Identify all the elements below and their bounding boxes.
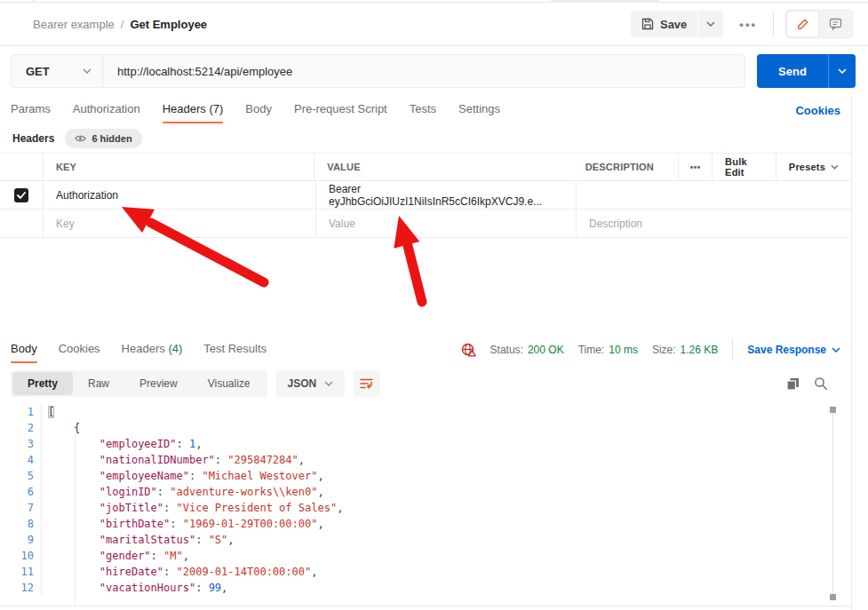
response-tab-body[interactable]: Body: [11, 337, 37, 363]
header-description-cell[interactable]: [576, 181, 851, 209]
code-line: 8 "birthDate": "1969-01-29T00:00:00",: [0, 516, 851, 532]
line-number: 8: [0, 516, 42, 532]
wrap-lines-button[interactable]: [354, 370, 380, 397]
header-row-authorization: Authorization Bearer eyJhbGciOiJIUzI1NiI…: [0, 181, 851, 210]
value-placeholder-cell[interactable]: Value: [315, 210, 576, 237]
header-value-cell[interactable]: Bearer eyJhbGciOiJIUzI1NiIsInR5cCI6IkpXV…: [315, 181, 576, 209]
description-placeholder-cell[interactable]: Description: [576, 210, 851, 237]
breadcrumb: Bearer example / Get Employee: [33, 18, 207, 31]
tab-settings[interactable]: Settings: [458, 97, 500, 123]
send-options-caret[interactable]: [828, 54, 856, 88]
header-key-cell[interactable]: Authorization: [43, 181, 315, 209]
hidden-headers-toggle[interactable]: 6 hidden: [65, 129, 141, 148]
line-number: 11: [0, 564, 42, 580]
response-tab-test-results[interactable]: Test Results: [203, 337, 267, 363]
code-text: "loginID": "adventure-works\\ken0",: [42, 484, 324, 500]
code-line: 6 "loginID": "adventure-works\\ken0",: [0, 484, 851, 500]
line-number: 3: [0, 436, 42, 452]
response-tab-headers-label: Headers: [122, 342, 165, 355]
chevron-down-icon: [838, 68, 847, 74]
code-line: 2 {: [0, 420, 851, 436]
column-description: DESCRIPTION: [573, 154, 678, 180]
json-value: "S": [209, 534, 228, 546]
presets-dropdown[interactable]: Presets: [776, 154, 851, 180]
view-tab-visualize[interactable]: Visualize: [193, 372, 266, 395]
code-text: "jobTitle": "Vice President of Sales",: [42, 500, 343, 516]
url-input[interactable]: http://localhost:5214/api/employee: [103, 65, 745, 78]
json-key: "employeeID": [100, 438, 177, 450]
select-all-cell: [0, 154, 43, 180]
chevron-down-icon: [831, 164, 839, 170]
save-response-dropdown[interactable]: Save Response: [747, 344, 840, 356]
more-actions-button[interactable]: •••: [734, 14, 762, 35]
json-key: "hireDate": [100, 566, 163, 578]
save-options-caret[interactable]: [698, 11, 723, 37]
code-line: 7 "jobTitle": "Vice President of Sales",: [0, 500, 851, 516]
code-text: "employeeName": "Michael Westover",: [42, 468, 324, 484]
line-number: 7: [0, 500, 42, 516]
presets-label: Presets: [789, 162, 825, 172]
json-value: 99: [209, 582, 221, 594]
search-icon: [814, 376, 828, 391]
response-tab-cookies[interactable]: Cookies: [59, 337, 100, 363]
tab-body[interactable]: Body: [245, 97, 272, 123]
search-response-button[interactable]: [814, 376, 828, 391]
line-number: 1: [0, 404, 42, 420]
row-checkbox-checked[interactable]: [14, 188, 28, 202]
save-button-group: Save: [631, 11, 723, 37]
language-select[interactable]: JSON: [276, 370, 346, 397]
response-toolbar: Pretty Raw Preview Visualize JSON: [0, 368, 851, 399]
response-meta: Status:200 OK Time:10 ms Size:1.26 KB Sa…: [461, 338, 840, 361]
edit-mode-button[interactable]: [787, 12, 818, 36]
json-value: "2009-01-14T00:00:00": [177, 566, 312, 578]
response-body-viewer: 1[ 2 { 3 "employeeID": 1, 4 "nationalIDN…: [0, 404, 851, 606]
view-tab-pretty[interactable]: Pretty: [12, 372, 73, 395]
json-key: "nationalIDNumber": [100, 454, 215, 466]
row-checkbox-cell: [0, 210, 43, 237]
view-mode-switcher: Pretty Raw Preview Visualize: [11, 370, 267, 397]
save-button[interactable]: Save: [631, 11, 697, 37]
wrap-lines-icon: [360, 377, 374, 390]
breadcrumb-separator: /: [121, 18, 124, 31]
json-key: "employeeName": [100, 470, 189, 482]
code-text: "employeeID": 1,: [42, 436, 202, 452]
status-value: 200 OK: [528, 344, 564, 356]
json-value: "Michael Westover": [202, 470, 317, 482]
size-label: Size:: [652, 344, 676, 356]
breadcrumb-collection[interactable]: Bearer example: [33, 18, 115, 31]
headers-subheader: Headers 6 hidden: [0, 124, 851, 153]
bulk-edit-button[interactable]: Bulk Edit: [712, 154, 776, 180]
tab-pre-request-script[interactable]: Pre-request Script: [294, 97, 387, 123]
tab-headers[interactable]: Headers (7): [163, 97, 224, 123]
view-tab-preview[interactable]: Preview: [124, 372, 193, 395]
table-more-button[interactable]: •••: [678, 154, 712, 180]
line-number: 6: [0, 484, 42, 500]
tab-params[interactable]: Params: [11, 97, 51, 123]
method-select[interactable]: GET: [12, 55, 103, 87]
url-editor: GET http://localhost:5214/api/employee: [11, 54, 745, 88]
key-placeholder-cell[interactable]: Key: [43, 210, 315, 237]
json-value: "M": [163, 550, 183, 562]
headers-title: Headers: [12, 132, 54, 145]
copy-response-button[interactable]: [786, 377, 800, 391]
response-tab-headers[interactable]: Headers (4): [122, 337, 183, 363]
scrollbar-thumb-top[interactable]: [830, 407, 836, 413]
scrollbar-track: [832, 407, 833, 600]
code-scrollbar[interactable]: [829, 407, 837, 600]
scrollbar-thumb-bottom[interactable]: [830, 594, 836, 600]
column-key: KEY: [43, 154, 314, 180]
code-line: 12 "vacationHours": 99,: [0, 580, 851, 596]
send-button[interactable]: Send: [757, 54, 828, 88]
tab-authorization[interactable]: Authorization: [73, 97, 140, 123]
method-value: GET: [26, 65, 50, 78]
network-warning-icon[interactable]: [461, 343, 476, 357]
request-tabs: Params Authorization Headers (7) Body Pr…: [0, 96, 851, 124]
tab-tests[interactable]: Tests: [410, 97, 436, 123]
code-line: 3 "employeeID": 1,: [0, 436, 851, 452]
view-tab-raw[interactable]: Raw: [73, 372, 124, 395]
comments-button[interactable]: [820, 12, 851, 36]
breadcrumb-request-title[interactable]: Get Employee: [130, 18, 207, 31]
cookies-link[interactable]: Cookies: [795, 104, 840, 117]
response-tabs: Body Cookies Headers (4) Test Results St…: [0, 336, 851, 364]
line-number: 10: [0, 548, 42, 564]
